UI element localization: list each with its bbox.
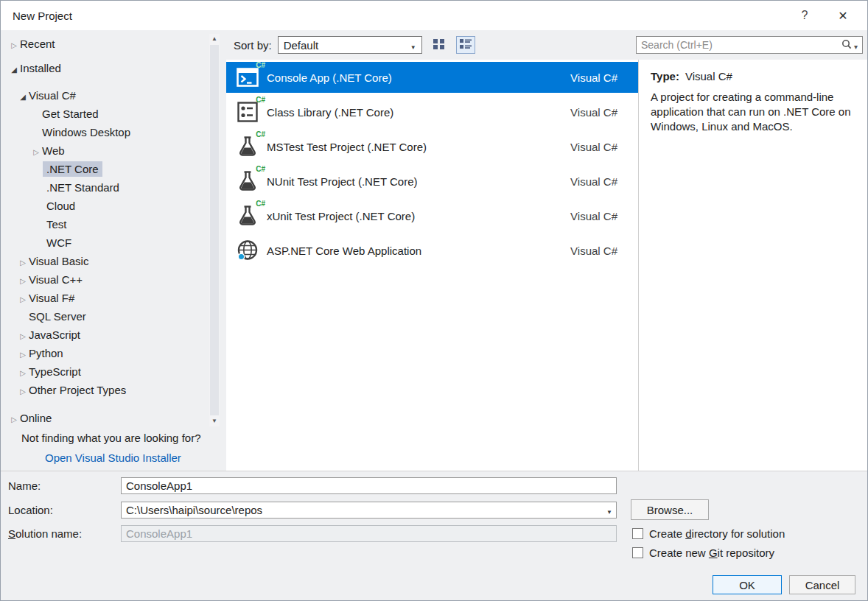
view-list-button[interactable] bbox=[456, 36, 475, 54]
location-label: Location: bbox=[8, 504, 53, 516]
collapsed-expander-icon[interactable] bbox=[17, 329, 29, 340]
template-name: NUnit Test Project (.NET Core) bbox=[267, 175, 570, 188]
expanded-expander-icon[interactable] bbox=[8, 63, 20, 74]
type-row: Type: Visual C# bbox=[651, 70, 855, 82]
sidebar-item-other-project-types[interactable]: Other Project Types bbox=[1, 381, 207, 399]
test-flask-icon: C# bbox=[235, 134, 260, 159]
search-box bbox=[636, 36, 863, 54]
list-toolbar: Sort by: Default bbox=[226, 30, 867, 60]
sidebar-item-wcf[interactable]: WCF bbox=[1, 233, 207, 252]
sidebar-item-sql-server[interactable]: SQL Server bbox=[1, 307, 207, 326]
sort-by-value: Default bbox=[284, 39, 410, 52]
create-directory-row: Create directory for solution bbox=[632, 527, 785, 539]
combo-dropdown-icon[interactable] bbox=[603, 504, 616, 516]
test-flask-icon: C# bbox=[235, 203, 260, 228]
help-icon[interactable]: ? bbox=[792, 9, 817, 22]
template-language: Visual C# bbox=[570, 71, 617, 84]
sidebar-item-test[interactable]: Test bbox=[1, 215, 207, 233]
sidebar-item-cloud[interactable]: Cloud bbox=[1, 197, 207, 215]
create-directory-checkbox[interactable] bbox=[632, 528, 643, 539]
open-installer-link[interactable]: Open Visual Studio Installer bbox=[45, 451, 181, 464]
sidebar-item-typescript[interactable]: TypeScript bbox=[1, 362, 207, 381]
sidebar-item-javascript[interactable]: JavaScript bbox=[1, 326, 207, 344]
class-library-icon: C# bbox=[235, 99, 260, 124]
template-info-panel: Type: Visual C# A project for creating a… bbox=[638, 60, 867, 472]
template-language: Visual C# bbox=[570, 210, 617, 222]
search-icon[interactable] bbox=[841, 39, 852, 52]
sidebar-item-visual-basic[interactable]: Visual Basic bbox=[1, 252, 207, 270]
template-name: xUnit Test Project (.NET Core) bbox=[267, 210, 570, 222]
solution-name-input bbox=[121, 525, 617, 542]
chevron-down-icon bbox=[410, 39, 416, 52]
sidebar-item-python[interactable]: Python bbox=[1, 344, 207, 362]
collapsed-expander-icon[interactable] bbox=[17, 384, 29, 396]
collapsed-expander-icon[interactable] bbox=[17, 348, 29, 359]
project-form: Name: Location: Browse... Solution name:… bbox=[1, 471, 867, 600]
sidebar-item-visual-csharp[interactable]: Visual C# bbox=[1, 86, 207, 105]
sidebar-item-get-started[interactable]: Get Started bbox=[1, 105, 207, 123]
template-description: A project for creating a command-line ap… bbox=[651, 90, 863, 134]
collapsed-expander-icon[interactable] bbox=[17, 274, 29, 285]
create-directory-label: Create directory for solution bbox=[649, 527, 785, 540]
ok-button[interactable]: OK bbox=[713, 575, 782, 594]
console-app-icon: C# bbox=[235, 65, 260, 90]
not-finding-text: Not finding what you are looking for? bbox=[21, 432, 200, 444]
template-language: Visual C# bbox=[570, 106, 617, 119]
scroll-up-icon[interactable]: ▲ bbox=[209, 34, 220, 44]
template-xunit-project[interactable]: C# xUnit Test Project (.NET Core) Visual… bbox=[226, 200, 638, 231]
collapsed-expander-icon[interactable] bbox=[30, 145, 42, 156]
sidebar-scrollbar[interactable]: ▲ ▼ bbox=[209, 34, 220, 426]
template-name: ASP.NET Core Web Application bbox=[267, 245, 570, 257]
collapsed-expander-icon[interactable] bbox=[8, 412, 20, 423]
browse-button[interactable]: Browse... bbox=[631, 499, 709, 520]
create-git-row: Create new Git repository bbox=[632, 546, 774, 558]
collapsed-expander-icon[interactable] bbox=[17, 366, 29, 377]
scroll-thumb[interactable] bbox=[210, 45, 219, 415]
test-flask-icon: C# bbox=[235, 169, 260, 194]
location-input[interactable] bbox=[122, 504, 603, 516]
template-language: Visual C# bbox=[570, 141, 617, 153]
search-input[interactable] bbox=[641, 39, 841, 51]
globe-icon bbox=[235, 238, 260, 263]
collapsed-expander-icon[interactable] bbox=[17, 292, 29, 303]
sidebar-item-dotnet-core[interactable]: .NET Core bbox=[1, 160, 207, 178]
csharp-badge-icon: C# bbox=[256, 96, 265, 104]
type-value: Visual C# bbox=[685, 70, 732, 82]
search-dropdown-icon[interactable] bbox=[854, 39, 858, 52]
grid-view-icon bbox=[433, 38, 446, 52]
sidebar-item-installed[interactable]: Installed bbox=[1, 59, 207, 77]
template-console-app[interactable]: C# Console App (.NET Core) Visual C# bbox=[226, 62, 638, 93]
sidebar-item-visual-fsharp[interactable]: Visual F# bbox=[1, 289, 207, 307]
sidebar-item-dotnet-standard[interactable]: .NET Standard bbox=[1, 178, 207, 197]
list-view-icon bbox=[459, 38, 472, 52]
template-nunit-project[interactable]: C# NUnit Test Project (.NET Core) Visual… bbox=[226, 166, 638, 197]
type-label: Type: bbox=[651, 70, 679, 82]
template-aspnet-core-web-app[interactable]: ASP.NET Core Web Application Visual C# bbox=[226, 235, 638, 266]
close-icon[interactable]: ✕ bbox=[830, 9, 855, 23]
cancel-button[interactable]: Cancel bbox=[789, 575, 855, 594]
create-git-checkbox[interactable] bbox=[632, 547, 643, 558]
category-tree: Recent Installed Visual C# Get Started W… bbox=[1, 35, 207, 399]
template-mstest-project[interactable]: C# MSTest Test Project (.NET Core) Visua… bbox=[226, 131, 638, 162]
sidebar-item-windows-desktop[interactable]: Windows Desktop bbox=[1, 123, 207, 141]
sidebar-item-visual-cpp[interactable]: Visual C++ bbox=[1, 270, 207, 289]
online-section: Online bbox=[1, 409, 207, 427]
template-name: Class Library (.NET Core) bbox=[267, 106, 570, 119]
csharp-badge-icon: C# bbox=[256, 61, 265, 69]
view-small-icons-button[interactable] bbox=[430, 36, 449, 54]
sort-by-dropdown[interactable]: Default bbox=[278, 36, 422, 54]
template-class-library[interactable]: C# Class Library (.NET Core) Visual C# bbox=[226, 96, 638, 127]
collapsed-expander-icon[interactable] bbox=[17, 256, 29, 267]
csharp-badge-icon: C# bbox=[256, 200, 265, 208]
scroll-down-icon[interactable]: ▼ bbox=[209, 416, 220, 426]
collapsed-expander-icon[interactable] bbox=[8, 38, 20, 49]
name-label: Name: bbox=[8, 479, 41, 492]
sidebar-item-recent[interactable]: Recent bbox=[1, 35, 207, 53]
expanded-expander-icon[interactable] bbox=[17, 90, 29, 101]
location-combobox bbox=[121, 502, 617, 519]
sidebar-item-web[interactable]: Web bbox=[1, 141, 207, 160]
sidebar-item-online[interactable]: Online bbox=[1, 409, 207, 427]
window-title: New Project bbox=[13, 10, 72, 22]
new-project-dialog: New Project ? ✕ Recent Installed Visual … bbox=[0, 0, 868, 601]
name-input[interactable] bbox=[121, 477, 617, 494]
